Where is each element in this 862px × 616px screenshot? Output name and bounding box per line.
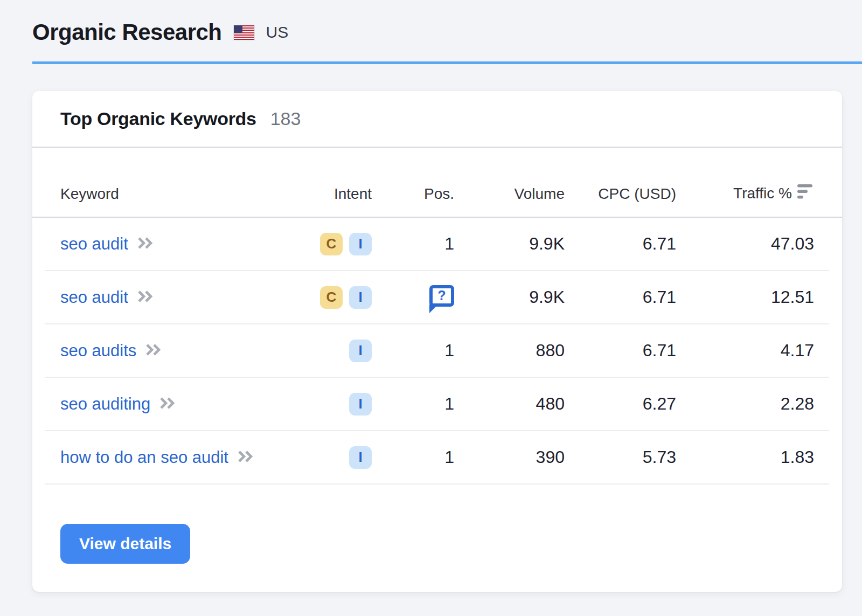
volume-value: 9.9K bbox=[454, 287, 565, 307]
card-header: Top Organic Keywords 183 bbox=[32, 91, 842, 148]
cpc-value: 5.73 bbox=[565, 447, 676, 467]
column-header-traffic[interactable]: Traffic % bbox=[676, 184, 814, 203]
active-tab-underline bbox=[32, 61, 862, 64]
intent-badge-informational[interactable]: I bbox=[349, 340, 372, 362]
volume-value: 390 bbox=[454, 447, 565, 467]
question-bubble-icon[interactable]: ? bbox=[429, 285, 454, 307]
volume-value: 480 bbox=[454, 394, 565, 414]
view-details-button[interactable]: View details bbox=[60, 524, 190, 564]
column-header-volume[interactable]: Volume bbox=[454, 186, 565, 203]
cpc-value: 6.71 bbox=[565, 341, 676, 361]
us-flag-icon bbox=[234, 25, 254, 40]
cpc-value: 6.27 bbox=[565, 394, 676, 414]
double-chevron-right-icon bbox=[137, 289, 154, 306]
card-title: Top Organic Keywords bbox=[60, 108, 256, 129]
table-header-row: Keyword Intent Pos. Volume CPC (USD) Tra… bbox=[32, 148, 842, 218]
keyword-link[interactable]: seo auditing bbox=[60, 394, 150, 414]
page-header: Organic Research US bbox=[0, 0, 862, 45]
keyword-count: 183 bbox=[270, 108, 301, 129]
double-chevron-right-icon bbox=[145, 343, 162, 359]
position-value: 1 bbox=[372, 234, 454, 254]
column-header-intent[interactable]: Intent bbox=[280, 186, 372, 203]
traffic-value: 47.03 bbox=[676, 234, 814, 254]
sort-descending-icon[interactable] bbox=[797, 184, 814, 203]
column-header-pos[interactable]: Pos. bbox=[372, 186, 454, 203]
table-row: seo audits I 1 880 6.71 4.17 bbox=[45, 324, 829, 378]
column-header-cpc[interactable]: CPC (USD) bbox=[565, 186, 676, 203]
double-chevron-right-icon bbox=[137, 236, 154, 252]
table-body: seo audit C I 1 9.9K 6.71 47.03 seo audi… bbox=[45, 218, 829, 485]
traffic-value: 1.83 bbox=[676, 447, 814, 467]
volume-value: 880 bbox=[454, 341, 565, 361]
volume-value: 9.9K bbox=[454, 234, 565, 254]
keyword-link[interactable]: how to do an seo audit bbox=[60, 448, 228, 467]
keyword-link[interactable]: seo audit bbox=[60, 234, 128, 254]
table-row: seo audit C I ? 9.9K 6.71 12.51 bbox=[45, 271, 829, 324]
intent-badge-commercial[interactable]: C bbox=[320, 233, 343, 255]
page-title: Organic Research bbox=[32, 19, 222, 45]
double-chevron-right-icon bbox=[159, 396, 176, 412]
table-row: seo audit C I 1 9.9K 6.71 47.03 bbox=[45, 218, 829, 271]
intent-badge-informational[interactable]: I bbox=[349, 446, 372, 469]
keyword-link[interactable]: seo audit bbox=[60, 288, 128, 307]
traffic-value: 2.28 bbox=[676, 394, 814, 414]
position-value: 1 bbox=[372, 447, 454, 467]
card-footer: View details bbox=[32, 485, 842, 564]
intent-badge-informational[interactable]: I bbox=[349, 233, 372, 255]
table-row: how to do an seo audit I 1 390 5.73 1.83 bbox=[45, 431, 829, 485]
cpc-value: 6.71 bbox=[565, 287, 676, 307]
intent-badge-informational[interactable]: I bbox=[349, 286, 372, 309]
traffic-value: 4.17 bbox=[676, 341, 814, 361]
region-label: US bbox=[266, 23, 289, 41]
position-value: 1 bbox=[372, 394, 454, 414]
cpc-value: 6.71 bbox=[565, 234, 676, 254]
column-header-traffic-label: Traffic % bbox=[733, 185, 792, 202]
table-row: seo auditing I 1 480 6.27 2.28 bbox=[45, 378, 829, 431]
top-organic-keywords-card: Top Organic Keywords 183 Keyword Intent … bbox=[32, 91, 842, 592]
intent-badge-informational[interactable]: I bbox=[349, 393, 372, 416]
keyword-link[interactable]: seo audits bbox=[60, 341, 136, 361]
intent-badge-commercial[interactable]: C bbox=[320, 286, 343, 309]
column-header-keyword[interactable]: Keyword bbox=[45, 186, 280, 203]
double-chevron-right-icon bbox=[237, 449, 254, 466]
position-value: 1 bbox=[372, 341, 454, 361]
traffic-value: 12.51 bbox=[676, 287, 814, 307]
